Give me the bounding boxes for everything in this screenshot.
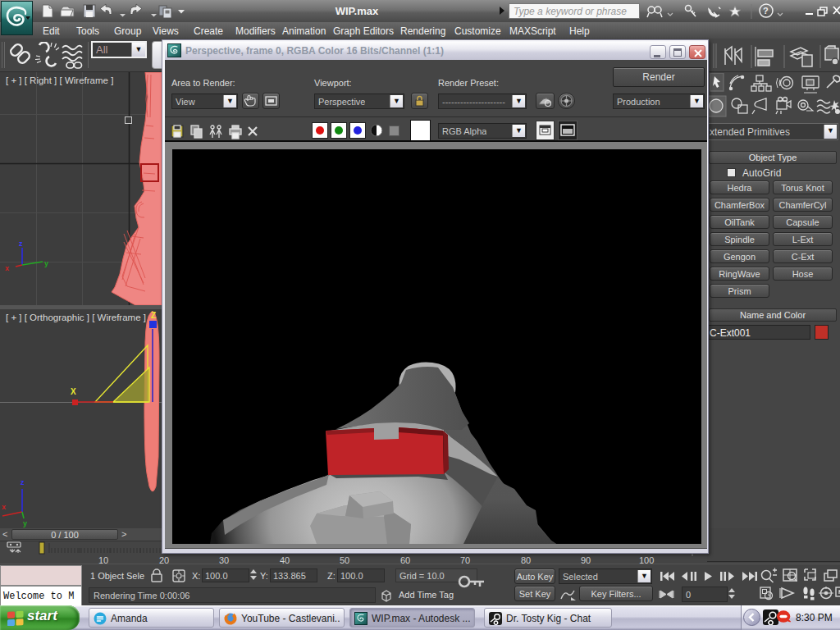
- svg-text:20: 20: [159, 555, 169, 564]
- svg-text:50: 50: [340, 555, 349, 564]
- svg-text:y: y: [23, 519, 27, 527]
- svg-text:90: 90: [581, 555, 591, 564]
- svg-text:80: 80: [521, 555, 531, 564]
- svg-text:Z: Z: [151, 311, 156, 320]
- svg-text:70: 70: [460, 555, 470, 564]
- svg-text:z: z: [21, 478, 25, 486]
- svg-text:x: x: [2, 503, 6, 511]
- svg-text:40: 40: [280, 555, 290, 564]
- svg-text:10: 10: [98, 555, 108, 564]
- svg-text:100: 100: [639, 555, 654, 564]
- svg-text:60: 60: [400, 555, 410, 564]
- svg-text:z: z: [19, 240, 23, 248]
- svg-text:X: X: [71, 387, 76, 396]
- svg-text:x: x: [5, 264, 9, 272]
- svg-text:30: 30: [219, 555, 229, 564]
- svg-text:y: y: [44, 259, 48, 267]
- svg-text:?: ?: [763, 6, 769, 16]
